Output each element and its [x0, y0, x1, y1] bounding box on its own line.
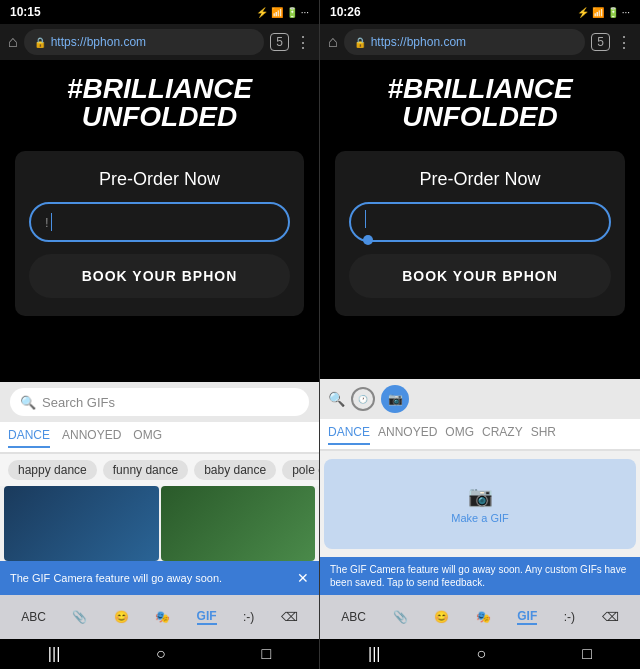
headline-left: #BRILLIANCE UNFOLDED	[15, 75, 304, 131]
status-icons-left: ⚡ 📶 🔋 ···	[256, 7, 309, 18]
cursor-dot-right	[363, 235, 373, 245]
toast-left: The GIF Camera feature will go away soon…	[0, 561, 319, 595]
lock-icon: 🔒	[34, 37, 46, 48]
more-icon-right: ···	[622, 7, 630, 18]
gif-tab-shr-right[interactable]: SHR	[531, 425, 556, 443]
kb-sticker-right[interactable]: 🎭	[476, 610, 491, 624]
preorder-box-left: Pre-Order Now ! BOOK YOUR BPHON	[15, 151, 304, 316]
kb-attach-left[interactable]: 📎	[72, 610, 87, 624]
kb-gif-right[interactable]: GIF	[517, 609, 537, 625]
search-placeholder-left: Search GIFs	[42, 395, 115, 410]
chip-funny-dance[interactable]: funny dance	[103, 460, 188, 480]
nav-recents-left[interactable]: □	[261, 645, 271, 663]
search-icon-left: 🔍	[20, 395, 36, 410]
preorder-title-left: Pre-Order Now	[29, 169, 290, 190]
gif-cell-1[interactable]	[4, 486, 159, 561]
gif-search-bar-right: 🔍 🕐 📷	[320, 379, 640, 419]
tab-count-right[interactable]: 5	[591, 33, 610, 51]
nav-recents-right[interactable]: □	[582, 645, 592, 663]
nav-home-left[interactable]: ○	[156, 645, 166, 663]
keyboard-bar-left: ABC 📎 😊 🎭 GIF :-) ⌫	[0, 595, 319, 639]
nav-bar-left: ||| ○ □	[0, 639, 319, 669]
gif-tabs-right: DANCE ANNOYED OMG CRAZY SHR	[320, 419, 640, 451]
search-icon-right[interactable]: 🔍	[328, 391, 345, 407]
book-button-left[interactable]: BOOK YOUR BPHON	[29, 254, 290, 298]
input-cursor-left	[51, 213, 52, 231]
nav-back-right[interactable]: |||	[368, 645, 380, 663]
gif-tab-omg-right[interactable]: OMG	[445, 425, 474, 443]
kb-emoji-right[interactable]: 😊	[434, 610, 449, 624]
status-bar-left: 10:15 ⚡ 📶 🔋 ···	[0, 0, 319, 24]
kb-emoji-left[interactable]: 😊	[114, 610, 129, 624]
input-cursor-right	[365, 210, 366, 228]
home-icon[interactable]: ⌂	[8, 33, 18, 51]
status-bar-right: 10:26 ⚡ 📶 🔋 ···	[320, 0, 640, 24]
toast-text-right: The GIF Camera feature will go away soon…	[330, 563, 630, 589]
gif-tab-crazy-right[interactable]: CRAZY	[482, 425, 523, 443]
web-content-left: #BRILLIANCE UNFOLDED Pre-Order Now ! BOO…	[0, 60, 319, 382]
gif-tab-dance-left[interactable]: DANCE	[8, 428, 50, 448]
kb-delete-right[interactable]: ⌫	[602, 610, 619, 624]
gif-tab-annoyed-left[interactable]: ANNOYED	[62, 428, 121, 446]
kb-gif-left[interactable]: GIF	[197, 609, 217, 625]
url-box-right[interactable]: 🔒 https://bphon.com	[344, 29, 586, 55]
status-icons-right: ⚡ 📶 🔋 ···	[577, 7, 630, 18]
toast-right[interactable]: The GIF Camera feature will go away soon…	[320, 557, 640, 595]
chip-happy-dance[interactable]: happy dance	[8, 460, 97, 480]
gif-keyboard-left: 🔍 Search GIFs DANCE ANNOYED OMG happy da…	[0, 382, 319, 639]
nav-home-right[interactable]: ○	[477, 645, 487, 663]
kb-delete-left[interactable]: ⌫	[281, 610, 298, 624]
bluetooth-icon-right: ⚡	[577, 7, 589, 18]
chip-baby-dance[interactable]: baby dance	[194, 460, 276, 480]
screen-right: 10:26 ⚡ 📶 🔋 ··· ⌂ 🔒 https://bphon.com 5 …	[320, 0, 640, 669]
gif-tab-annoyed-right[interactable]: ANNOYED	[378, 425, 437, 443]
menu-icon-left[interactable]: ⋮	[295, 33, 311, 52]
input-field-right[interactable]	[349, 202, 611, 242]
tab-count-left[interactable]: 5	[270, 33, 289, 51]
kb-abc-left[interactable]: ABC	[21, 610, 46, 624]
kb-emoticon-left[interactable]: :-)	[243, 610, 254, 624]
home-icon-right[interactable]: ⌂	[328, 33, 338, 51]
headline-right: #BRILLIANCE UNFOLDED	[335, 75, 625, 131]
kb-abc-right[interactable]: ABC	[341, 610, 366, 624]
kb-sticker-left[interactable]: 🎭	[155, 610, 170, 624]
gif-search-input-left[interactable]: 🔍 Search GIFs	[10, 388, 309, 416]
bluetooth-icon: ⚡	[256, 7, 268, 18]
kb-emoticon-right[interactable]: :-)	[564, 610, 575, 624]
gif-chips-left: happy dance funny dance baby dance pole …	[0, 454, 319, 486]
kb-attach-right[interactable]: 📎	[393, 610, 408, 624]
toast-close-left[interactable]: ✕	[297, 570, 309, 586]
battery-icon-right: 🔋	[607, 7, 619, 18]
screen-left: 10:15 ⚡ 📶 🔋 ··· ⌂ 🔒 https://bphon.com 5 …	[0, 0, 320, 669]
gif-keyboard-right: 🔍 🕐 📷 DANCE ANNOYED OMG CRAZY SHR 📷 Make…	[320, 379, 640, 639]
nav-bar-right: ||| ○ □	[320, 639, 640, 669]
book-button-right[interactable]: BOOK YOUR BPHON	[349, 254, 611, 298]
camera-icon-right[interactable]: 📷	[381, 385, 409, 413]
url-text-left: https://bphon.com	[51, 35, 146, 49]
gif-search-bar-left: 🔍 Search GIFs	[0, 382, 319, 422]
menu-icon-right[interactable]: ⋮	[616, 33, 632, 52]
gif-tabs-left: DANCE ANNOYED OMG	[0, 422, 319, 454]
gif-tab-omg-left[interactable]: OMG	[133, 428, 162, 446]
url-box-left[interactable]: 🔒 https://bphon.com	[24, 29, 265, 55]
recent-icon-right[interactable]: 🕐	[351, 387, 375, 411]
battery-icon: 🔋	[286, 7, 298, 18]
preorder-title-right: Pre-Order Now	[349, 169, 611, 190]
book-button-label-right: BOOK YOUR BPHON	[402, 268, 558, 284]
gif-grid-left	[0, 486, 319, 561]
browser-bar-left: ⌂ 🔒 https://bphon.com 5 ⋮	[0, 24, 319, 60]
chip-pole-dance[interactable]: pole dance	[282, 460, 319, 480]
make-gif-cell[interactable]: 📷 Make a GIF	[324, 459, 636, 549]
signal-icon: 📶	[271, 7, 283, 18]
signal-icon-right: 📶	[592, 7, 604, 18]
book-button-label-left: BOOK YOUR BPHON	[82, 268, 238, 284]
gif-grid-right: 📷 Make a GIF	[320, 451, 640, 557]
keyboard-bar-right: ABC 📎 😊 🎭 GIF :-) ⌫	[320, 595, 640, 639]
gif-tab-dance-right[interactable]: DANCE	[328, 425, 370, 445]
url-text-right: https://bphon.com	[371, 35, 466, 49]
make-gif-icon: 📷	[468, 484, 493, 508]
input-field-left[interactable]: !	[29, 202, 290, 242]
nav-back-left[interactable]: |||	[48, 645, 60, 663]
gif-cell-2[interactable]	[161, 486, 316, 561]
web-content-right: #BRILLIANCE UNFOLDED Pre-Order Now BOOK …	[320, 60, 640, 379]
